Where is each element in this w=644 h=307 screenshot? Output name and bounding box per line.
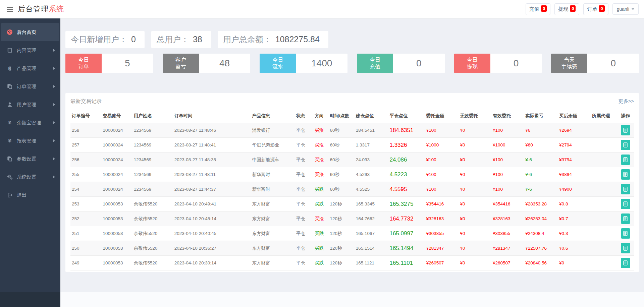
column-header-所属代理: 所属代理 [591,109,617,123]
cell-user-name: 余敬伟5520 [132,226,173,241]
column-header-买后余额: 买后余额 [558,109,590,123]
card-label-line2: 提现 [467,63,478,70]
cell-profit: ¥26253.04 [524,211,558,226]
row-detail-button[interactable] [621,258,630,268]
cell-close-price: 24.086 [388,152,425,167]
cell-direction: 买跌 [310,256,328,270]
sidebar-item-退出[interactable]: 退出 [1,186,59,204]
cell-profit: ¥24308.4 [524,226,558,241]
cell-amount: ¥354416 [425,197,459,211]
cell-agent [591,152,617,167]
cell-balance: ¥0 [558,256,590,270]
sidebar-item-系统设置[interactable]: 系统设置 [1,168,59,186]
row-detail-button[interactable] [621,140,630,150]
cell-profit: ¥22507.76 [524,241,558,256]
cell-invalid-amount: ¥0 [459,123,491,138]
hamburger-menu-icon[interactable] [7,7,13,12]
cell-operation [617,167,634,182]
sidebar-item-余额宝管理[interactable]: ¥余额宝管理 [1,114,59,132]
cell-order-id: 253 [70,197,101,211]
cell-open-price: 165.1121 [355,256,388,270]
card-label: 今日充值 [357,54,393,73]
cell-profit: ¥-6 [524,182,558,197]
cell-product: 东方财富 [251,211,291,226]
cell-balance: ¥2794 [558,138,590,152]
header-action-label: 提现 [558,6,568,12]
dashboard-icon [6,29,14,35]
cell-period: 60秒 [328,138,354,152]
cell-order-id: 254 [70,182,101,197]
stat-value: 1082275.84 [275,35,320,44]
header-action-充值[interactable]: 充值0 [526,3,550,15]
card-label-line2: 订单 [78,63,89,70]
cell-account: 10000024 [101,167,132,182]
cell-agent [591,167,617,182]
cell-account: 10000053 [101,256,132,270]
cell-period: 60秒 [328,123,354,138]
row-detail-button[interactable] [621,213,630,224]
cell-close-price: 165.0997 [388,226,425,241]
cell-order-id: 252 [70,211,101,226]
cell-amount: ¥100 [425,123,459,138]
sidebar-item-报表管理[interactable]: ¥报表管理 [1,132,59,150]
sidebar-item-内容管理[interactable]: 内容管理 [1,41,59,59]
sidebar-item-后台首页[interactable]: 后台首页 [1,23,59,41]
cell-agent [591,226,617,241]
cell-balance: ¥0.3 [558,226,590,241]
page-title: 后台管理系统 [18,4,64,14]
cell-operation [617,123,634,138]
notification-badge: 0 [541,5,547,12]
cell-product: 浦发银行 [251,123,291,138]
cell-order-id: 249 [70,256,101,270]
sidebar-item-订单管理[interactable]: 订单管理 [1,77,59,96]
row-detail-button[interactable] [621,228,630,239]
cell-product: 东方财富 [251,197,291,211]
chevron-right-icon [53,139,55,142]
cell-period: 60秒 [328,167,354,182]
row-detail-button[interactable] [621,155,630,165]
column-header-订单时间: 订单时间 [173,109,251,123]
card-label-line1: 今日 [272,57,283,63]
cell-status: 平仓 [291,167,310,182]
sidebar-item-产品管理[interactable]: B产品管理 [1,59,59,77]
card-value: 5 [102,54,153,73]
cell-account: 10000053 [101,226,132,241]
cell-product: 东方财富 [251,256,291,270]
cell-user-name: 余敬伟5520 [132,241,173,256]
cell-period: 120秒 [328,256,354,270]
cell-profit: ¥6 [524,123,558,138]
table-row: 2551000002412345692023-08-27 11:48:11新华富… [70,167,634,182]
chevron-right-icon [53,158,55,160]
cell-user-name: 余敬伟5520 [132,197,173,211]
header-action-提现[interactable]: 提现0 [554,3,579,15]
cell-product: 东方财富 [251,241,291,256]
cell-order-time: 2023-04-10 20:40:45 [173,226,251,241]
cell-invalid-amount: ¥0 [459,182,491,197]
sidebar-item-参数设置[interactable]: 参数设置 [1,150,59,168]
sidebar-item-用户管理[interactable]: 用户管理 [1,96,59,114]
card-value: 0 [587,54,639,73]
card-label-line2: 盈亏 [175,63,186,70]
cell-direction: 买跌 [310,197,328,211]
more-link[interactable]: 更多>> [619,98,634,105]
cell-period: 120秒 [328,197,354,211]
row-detail-button[interactable] [621,125,630,135]
cell-direction: 买涨 [310,123,328,138]
logout-icon [6,192,14,198]
cell-valid-amount: ¥281347 [491,241,524,256]
row-detail-button[interactable] [621,243,630,253]
cell-close-price: 165.1494 [388,241,425,256]
header-action-label: 充值 [529,6,539,12]
row-detail-button[interactable] [621,184,630,194]
card-label: 今日订单 [65,54,102,73]
cell-balance: ¥0.8 [558,197,590,211]
row-detail-button[interactable] [621,199,630,209]
header-action-订单[interactable]: 订单0 [583,3,608,15]
summary-card-今日订单: 今日订单5 [65,54,153,73]
row-detail-button[interactable] [621,169,630,180]
overview-stat: 总用户：38 [151,31,211,48]
user-menu-button[interactable]: guanli [612,3,639,15]
cell-user-name: 1234569 [132,123,173,138]
cell-order-id: 251 [70,226,101,241]
cell-valid-amount: ¥328163 [491,211,524,226]
